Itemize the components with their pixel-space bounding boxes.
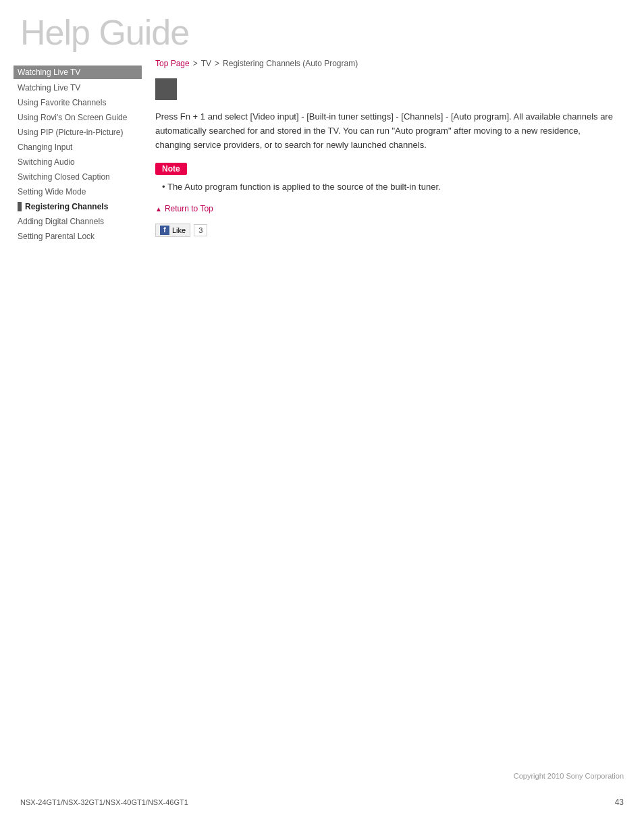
breadcrumb-current: Registering Channels (Auto Program): [223, 59, 358, 68]
like-count: 3: [194, 224, 207, 236]
return-to-top: ▲ Return to Top: [155, 204, 617, 213]
sidebar-item-adding-digital[interactable]: Adding Digital Channels: [14, 214, 142, 229]
topic-icon: [155, 78, 177, 100]
note-content: The Auto program function is applied to …: [155, 180, 617, 194]
sidebar-item-switching-cc[interactable]: Switching Closed Caption: [14, 170, 142, 184]
sidebar: Watching Live TV Watching Live TV Using …: [0, 59, 142, 261]
breadcrumb: Top Page > TV > Registering Channels (Au…: [155, 59, 617, 68]
return-arrow-icon: ▲: [155, 205, 162, 213]
sidebar-item-favorite-channels[interactable]: Using Favorite Channels: [14, 95, 142, 110]
breadcrumb-sep2: >: [215, 59, 219, 68]
sidebar-item-setting-wide[interactable]: Setting Wide Mode: [14, 184, 142, 199]
sidebar-item-registering-channels[interactable]: Registering Channels: [14, 199, 142, 214]
note-label: Note: [155, 163, 187, 175]
page-title: Help Guide: [20, 14, 624, 52]
footer-page: 43: [615, 798, 624, 807]
footer-model: NSX-24GT1/NSX-32GT1/NSX-40GT1/NSX-46GT1: [20, 798, 188, 806]
footer: NSX-24GT1/NSX-32GT1/NSX-40GT1/NSX-46GT1 …: [0, 798, 644, 807]
sidebar-item-switching-audio[interactable]: Switching Audio: [14, 155, 142, 170]
sidebar-item-pip[interactable]: Using PIP (Picture-in-Picture): [14, 125, 142, 140]
footer-copyright: Copyright 2010 Sony Corporation: [514, 772, 624, 780]
sidebar-item-changing-input[interactable]: Changing Input: [14, 140, 142, 155]
sidebar-item-watching-live[interactable]: Watching Live TV: [14, 80, 142, 95]
main-text: Press Fn + 1 and select [Video input] - …: [155, 110, 617, 152]
like-button[interactable]: f Like: [155, 224, 190, 237]
breadcrumb-tv: TV: [201, 59, 211, 68]
return-to-top-link[interactable]: Return to Top: [165, 204, 213, 213]
main-content: Top Page > TV > Registering Channels (Au…: [142, 59, 644, 261]
sidebar-highlight[interactable]: Watching Live TV: [14, 66, 142, 79]
like-section: f Like 3: [155, 224, 617, 237]
facebook-icon: f: [160, 226, 169, 235]
note-box: Note The Auto program function is applie…: [155, 163, 617, 194]
breadcrumb-sep1: >: [193, 59, 198, 68]
sidebar-item-parental-lock[interactable]: Setting Parental Lock: [14, 229, 142, 244]
like-label: Like: [172, 226, 186, 234]
note-item: The Auto program function is applied to …: [162, 180, 617, 194]
sidebar-item-rovi[interactable]: Using Rovi's On Screen Guide: [14, 110, 142, 125]
breadcrumb-top-page[interactable]: Top Page: [155, 59, 190, 68]
